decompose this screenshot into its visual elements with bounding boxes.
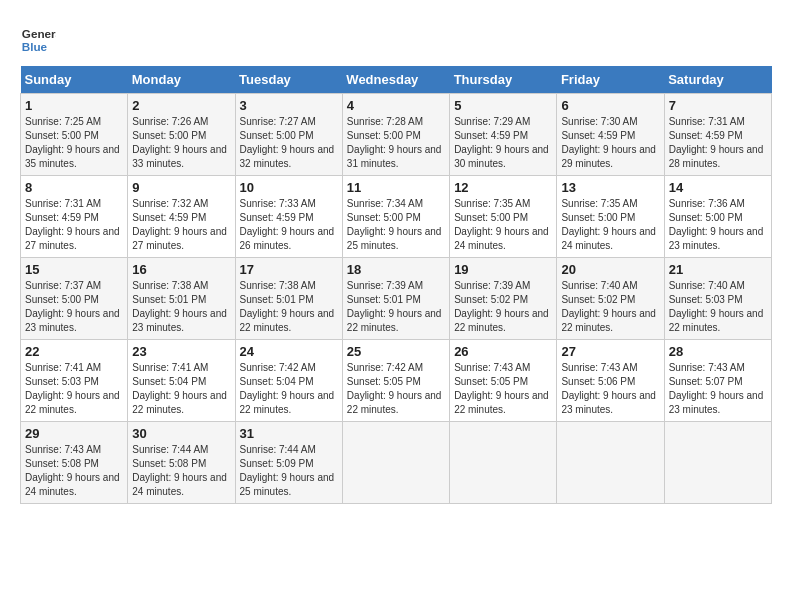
day-number: 21 xyxy=(669,262,767,277)
day-number: 10 xyxy=(240,180,338,195)
day-number: 16 xyxy=(132,262,230,277)
day-info: Sunrise: 7:28 AMSunset: 5:00 PMDaylight:… xyxy=(347,115,445,171)
day-number: 23 xyxy=(132,344,230,359)
calendar-table: SundayMondayTuesdayWednesdayThursdayFrid… xyxy=(20,66,772,504)
calendar-cell: 13Sunrise: 7:35 AMSunset: 5:00 PMDayligh… xyxy=(557,176,664,258)
calendar-cell: 12Sunrise: 7:35 AMSunset: 5:00 PMDayligh… xyxy=(450,176,557,258)
calendar-cell: 18Sunrise: 7:39 AMSunset: 5:01 PMDayligh… xyxy=(342,258,449,340)
day-info: Sunrise: 7:32 AMSunset: 4:59 PMDaylight:… xyxy=(132,197,230,253)
day-info: Sunrise: 7:41 AMSunset: 5:04 PMDaylight:… xyxy=(132,361,230,417)
weekday-header-saturday: Saturday xyxy=(664,66,771,94)
calendar-cell xyxy=(450,422,557,504)
calendar-cell: 21Sunrise: 7:40 AMSunset: 5:03 PMDayligh… xyxy=(664,258,771,340)
logo-icon: General Blue xyxy=(20,20,56,56)
day-info: Sunrise: 7:38 AMSunset: 5:01 PMDaylight:… xyxy=(240,279,338,335)
calendar-cell: 17Sunrise: 7:38 AMSunset: 5:01 PMDayligh… xyxy=(235,258,342,340)
day-info: Sunrise: 7:27 AMSunset: 5:00 PMDaylight:… xyxy=(240,115,338,171)
calendar-cell: 24Sunrise: 7:42 AMSunset: 5:04 PMDayligh… xyxy=(235,340,342,422)
day-number: 26 xyxy=(454,344,552,359)
day-info: Sunrise: 7:40 AMSunset: 5:03 PMDaylight:… xyxy=(669,279,767,335)
day-number: 20 xyxy=(561,262,659,277)
day-number: 7 xyxy=(669,98,767,113)
day-info: Sunrise: 7:36 AMSunset: 5:00 PMDaylight:… xyxy=(669,197,767,253)
calendar-cell: 4Sunrise: 7:28 AMSunset: 5:00 PMDaylight… xyxy=(342,94,449,176)
day-info: Sunrise: 7:34 AMSunset: 5:00 PMDaylight:… xyxy=(347,197,445,253)
calendar-cell: 28Sunrise: 7:43 AMSunset: 5:07 PMDayligh… xyxy=(664,340,771,422)
day-info: Sunrise: 7:42 AMSunset: 5:05 PMDaylight:… xyxy=(347,361,445,417)
weekday-header-monday: Monday xyxy=(128,66,235,94)
day-number: 27 xyxy=(561,344,659,359)
day-number: 25 xyxy=(347,344,445,359)
day-info: Sunrise: 7:39 AMSunset: 5:01 PMDaylight:… xyxy=(347,279,445,335)
day-number: 15 xyxy=(25,262,123,277)
day-info: Sunrise: 7:35 AMSunset: 5:00 PMDaylight:… xyxy=(561,197,659,253)
calendar-cell: 6Sunrise: 7:30 AMSunset: 4:59 PMDaylight… xyxy=(557,94,664,176)
day-info: Sunrise: 7:29 AMSunset: 4:59 PMDaylight:… xyxy=(454,115,552,171)
calendar-cell: 26Sunrise: 7:43 AMSunset: 5:05 PMDayligh… xyxy=(450,340,557,422)
day-info: Sunrise: 7:43 AMSunset: 5:08 PMDaylight:… xyxy=(25,443,123,499)
day-info: Sunrise: 7:31 AMSunset: 4:59 PMDaylight:… xyxy=(25,197,123,253)
calendar-cell: 25Sunrise: 7:42 AMSunset: 5:05 PMDayligh… xyxy=(342,340,449,422)
day-number: 8 xyxy=(25,180,123,195)
day-number: 11 xyxy=(347,180,445,195)
calendar-cell: 23Sunrise: 7:41 AMSunset: 5:04 PMDayligh… xyxy=(128,340,235,422)
svg-text:General: General xyxy=(22,27,56,40)
calendar-cell: 11Sunrise: 7:34 AMSunset: 5:00 PMDayligh… xyxy=(342,176,449,258)
day-number: 5 xyxy=(454,98,552,113)
day-info: Sunrise: 7:33 AMSunset: 4:59 PMDaylight:… xyxy=(240,197,338,253)
day-info: Sunrise: 7:31 AMSunset: 4:59 PMDaylight:… xyxy=(669,115,767,171)
weekday-header-friday: Friday xyxy=(557,66,664,94)
calendar-cell: 31Sunrise: 7:44 AMSunset: 5:09 PMDayligh… xyxy=(235,422,342,504)
day-number: 6 xyxy=(561,98,659,113)
page-header: General Blue xyxy=(20,20,772,56)
calendar-cell: 7Sunrise: 7:31 AMSunset: 4:59 PMDaylight… xyxy=(664,94,771,176)
day-number: 4 xyxy=(347,98,445,113)
svg-text:Blue: Blue xyxy=(22,40,48,53)
day-info: Sunrise: 7:37 AMSunset: 5:00 PMDaylight:… xyxy=(25,279,123,335)
day-info: Sunrise: 7:43 AMSunset: 5:07 PMDaylight:… xyxy=(669,361,767,417)
calendar-cell xyxy=(342,422,449,504)
calendar-cell: 9Sunrise: 7:32 AMSunset: 4:59 PMDaylight… xyxy=(128,176,235,258)
calendar-cell: 2Sunrise: 7:26 AMSunset: 5:00 PMDaylight… xyxy=(128,94,235,176)
day-info: Sunrise: 7:42 AMSunset: 5:04 PMDaylight:… xyxy=(240,361,338,417)
day-info: Sunrise: 7:44 AMSunset: 5:09 PMDaylight:… xyxy=(240,443,338,499)
calendar-cell xyxy=(664,422,771,504)
day-info: Sunrise: 7:43 AMSunset: 5:05 PMDaylight:… xyxy=(454,361,552,417)
calendar-cell: 8Sunrise: 7:31 AMSunset: 4:59 PMDaylight… xyxy=(21,176,128,258)
weekday-header-tuesday: Tuesday xyxy=(235,66,342,94)
calendar-cell: 10Sunrise: 7:33 AMSunset: 4:59 PMDayligh… xyxy=(235,176,342,258)
calendar-cell: 29Sunrise: 7:43 AMSunset: 5:08 PMDayligh… xyxy=(21,422,128,504)
day-number: 24 xyxy=(240,344,338,359)
calendar-cell: 16Sunrise: 7:38 AMSunset: 5:01 PMDayligh… xyxy=(128,258,235,340)
weekday-header-sunday: Sunday xyxy=(21,66,128,94)
day-info: Sunrise: 7:40 AMSunset: 5:02 PMDaylight:… xyxy=(561,279,659,335)
day-info: Sunrise: 7:30 AMSunset: 4:59 PMDaylight:… xyxy=(561,115,659,171)
day-info: Sunrise: 7:35 AMSunset: 5:00 PMDaylight:… xyxy=(454,197,552,253)
day-number: 14 xyxy=(669,180,767,195)
calendar-cell: 5Sunrise: 7:29 AMSunset: 4:59 PMDaylight… xyxy=(450,94,557,176)
calendar-cell: 1Sunrise: 7:25 AMSunset: 5:00 PMDaylight… xyxy=(21,94,128,176)
day-info: Sunrise: 7:43 AMSunset: 5:06 PMDaylight:… xyxy=(561,361,659,417)
day-info: Sunrise: 7:26 AMSunset: 5:00 PMDaylight:… xyxy=(132,115,230,171)
day-info: Sunrise: 7:38 AMSunset: 5:01 PMDaylight:… xyxy=(132,279,230,335)
calendar-cell: 20Sunrise: 7:40 AMSunset: 5:02 PMDayligh… xyxy=(557,258,664,340)
day-number: 1 xyxy=(25,98,123,113)
day-number: 9 xyxy=(132,180,230,195)
day-info: Sunrise: 7:41 AMSunset: 5:03 PMDaylight:… xyxy=(25,361,123,417)
day-number: 19 xyxy=(454,262,552,277)
calendar-cell: 27Sunrise: 7:43 AMSunset: 5:06 PMDayligh… xyxy=(557,340,664,422)
day-number: 12 xyxy=(454,180,552,195)
day-number: 17 xyxy=(240,262,338,277)
day-number: 13 xyxy=(561,180,659,195)
day-number: 18 xyxy=(347,262,445,277)
day-number: 28 xyxy=(669,344,767,359)
weekday-header-thursday: Thursday xyxy=(450,66,557,94)
day-number: 31 xyxy=(240,426,338,441)
calendar-cell: 15Sunrise: 7:37 AMSunset: 5:00 PMDayligh… xyxy=(21,258,128,340)
weekday-header-wednesday: Wednesday xyxy=(342,66,449,94)
day-info: Sunrise: 7:39 AMSunset: 5:02 PMDaylight:… xyxy=(454,279,552,335)
day-number: 29 xyxy=(25,426,123,441)
day-number: 22 xyxy=(25,344,123,359)
day-number: 3 xyxy=(240,98,338,113)
calendar-cell: 14Sunrise: 7:36 AMSunset: 5:00 PMDayligh… xyxy=(664,176,771,258)
